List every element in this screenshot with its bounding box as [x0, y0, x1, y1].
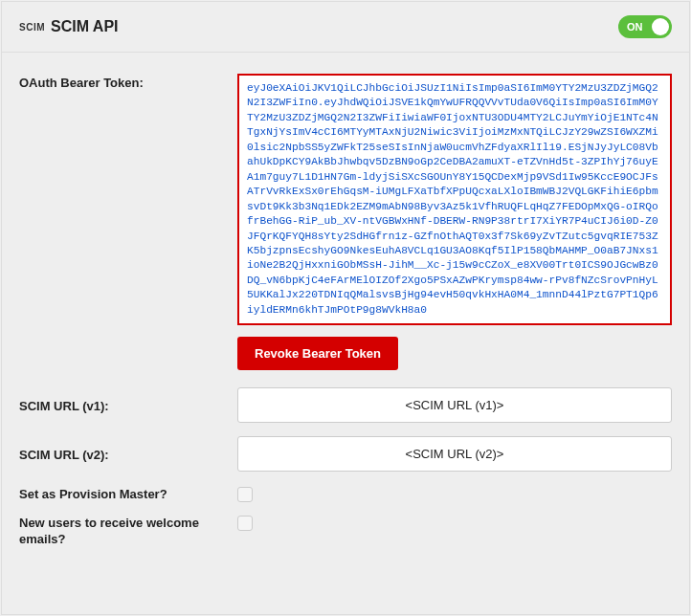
page-title: SCIM API [51, 18, 119, 35]
toggle-knob [652, 18, 669, 35]
scim-url-v1-field[interactable]: <SCIM URL (v1)> [237, 387, 672, 423]
welcome-emails-checkbox[interactable] [237, 516, 253, 531]
toggle-label: ON [627, 21, 643, 33]
panel-header: SCIM SCIM API ON [2, 2, 689, 53]
oauth-token-row: OAuth Bearer Token: eyJ0eXAiOiJKV1QiLCJh… [19, 74, 672, 370]
scim-url-v1-row: SCIM URL (v1): <SCIM URL (v1)> [19, 387, 672, 423]
scim-api-panel: SCIM SCIM API ON OAuth Bearer Token: eyJ… [1, 1, 690, 615]
provision-master-row: Set as Provision Master? [19, 485, 672, 506]
provision-master-label: Set as Provision Master? [19, 485, 237, 501]
provision-master-checkbox[interactable] [237, 487, 253, 502]
welcome-emails-row: New users to receive welcome emails? [19, 514, 672, 548]
scim-url-v1-label: SCIM URL (v1): [19, 397, 237, 413]
scim-url-v2-row: SCIM URL (v2): <SCIM URL (v2)> [19, 436, 672, 472]
oauth-token-label: OAuth Bearer Token: [19, 74, 237, 90]
scim-url-v2-label: SCIM URL (v2): [19, 446, 237, 462]
welcome-emails-label: New users to receive welcome emails? [19, 514, 237, 548]
scim-api-toggle[interactable]: ON [618, 15, 672, 38]
header-prefix: SCIM [19, 22, 45, 33]
scim-url-v2-field[interactable]: <SCIM URL (v2)> [237, 436, 672, 472]
panel-content: OAuth Bearer Token: eyJ0eXAiOiJKV1QiLCJh… [2, 53, 689, 565]
revoke-bearer-token-button[interactable]: Revoke Bearer Token [237, 337, 398, 370]
oauth-token-value[interactable]: eyJ0eXAiOiJKV1QiLCJhbGciOiJSUzI1NiIsImp0… [237, 74, 672, 325]
